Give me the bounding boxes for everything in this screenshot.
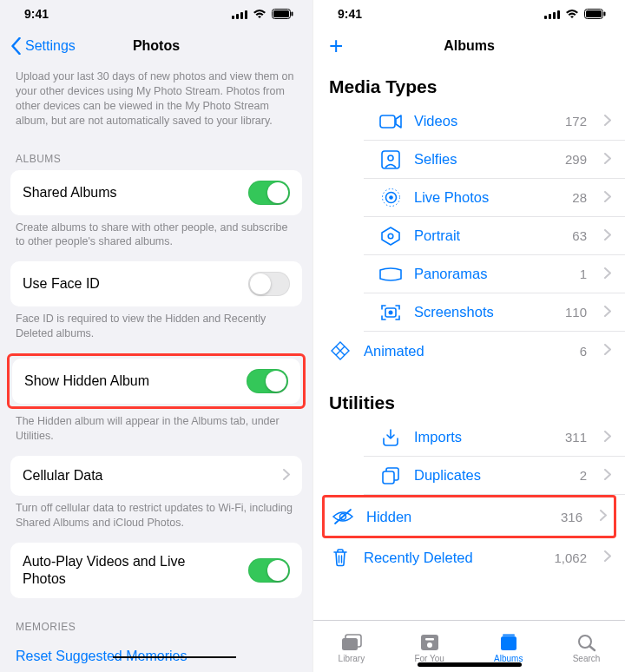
row-label: Recently Deleted bbox=[364, 550, 542, 566]
row-imports[interactable]: Imports 311 bbox=[364, 418, 625, 457]
chevron-right-icon bbox=[604, 153, 611, 167]
hidden-icon bbox=[332, 508, 354, 525]
row-count: 2 bbox=[580, 468, 587, 483]
live-photos-icon bbox=[381, 188, 401, 208]
chevron-right-icon bbox=[604, 550, 611, 564]
svg-point-32 bbox=[427, 642, 432, 648]
tab-search[interactable]: Search bbox=[573, 633, 601, 663]
chevron-right-icon bbox=[604, 229, 611, 243]
chevron-right-icon bbox=[604, 344, 611, 358]
row-screenshots[interactable]: Screenshots 110 bbox=[364, 293, 625, 332]
shared-albums-description: Create albums to share with other people… bbox=[0, 215, 312, 262]
row-count: 299 bbox=[565, 152, 587, 167]
tab-label: Library bbox=[339, 654, 365, 663]
screenshot-icon bbox=[380, 304, 401, 321]
imports-icon bbox=[381, 428, 400, 447]
add-button[interactable]: + bbox=[324, 34, 343, 58]
svg-rect-12 bbox=[586, 10, 602, 17]
photos-albums-screen: 9:41 + Albums Media Types Videos 172 Sel… bbox=[312, 0, 625, 672]
cellular-data-row[interactable]: Cellular Data bbox=[10, 456, 302, 496]
panorama-icon bbox=[379, 267, 402, 281]
svg-rect-10 bbox=[557, 10, 560, 19]
reset-memories-link[interactable]: Reset Suggested Memories bbox=[0, 638, 312, 673]
shared-albums-row[interactable]: Shared Albums bbox=[10, 170, 302, 215]
hidden-description: The Hidden album will appear in the Albu… bbox=[0, 409, 312, 456]
show-hidden-row[interactable]: Show Hidden Album bbox=[12, 359, 300, 404]
svg-rect-8 bbox=[549, 14, 551, 19]
svg-rect-34 bbox=[503, 635, 515, 636]
chevron-right-icon bbox=[604, 267, 611, 281]
tab-for-you[interactable]: For You bbox=[414, 633, 444, 663]
row-label: Animated bbox=[364, 343, 568, 359]
selfie-icon bbox=[381, 150, 400, 169]
cellular-icon bbox=[544, 10, 560, 19]
row-recently-deleted[interactable]: Recently Deleted 1,062 bbox=[313, 538, 625, 576]
row-label: Videos bbox=[414, 113, 553, 129]
section-header-memories: MEMORIES bbox=[0, 598, 312, 638]
chevron-left-icon bbox=[10, 37, 22, 55]
library-icon bbox=[340, 633, 363, 652]
svg-point-20 bbox=[388, 234, 393, 239]
svg-point-16 bbox=[388, 155, 393, 161]
row-selfies[interactable]: Selfies 299 bbox=[364, 141, 625, 179]
cellular-icon bbox=[232, 10, 247, 19]
highlight-hidden-row: Hidden 316 bbox=[322, 495, 616, 538]
row-duplicates[interactable]: Duplicates 2 bbox=[364, 457, 625, 495]
animated-icon bbox=[331, 341, 350, 360]
row-label: Portrait bbox=[414, 227, 560, 244]
autoplay-row[interactable]: Auto-Play Videos and Live Photos bbox=[10, 543, 302, 598]
use-faceid-label: Use Face ID bbox=[23, 275, 100, 293]
svg-rect-23 bbox=[383, 471, 394, 484]
svg-rect-31 bbox=[425, 638, 434, 641]
svg-rect-0 bbox=[232, 16, 234, 19]
svg-rect-28 bbox=[342, 638, 358, 650]
row-label: Panoramas bbox=[414, 266, 568, 282]
status-time: 9:41 bbox=[338, 7, 362, 21]
show-hidden-switch[interactable] bbox=[247, 369, 288, 393]
row-label: Selfies bbox=[414, 151, 553, 168]
for-you-icon bbox=[418, 633, 441, 652]
row-live-photos[interactable]: Live Photos 28 bbox=[364, 179, 625, 217]
chevron-right-icon bbox=[604, 306, 611, 320]
row-panoramas[interactable]: Panoramas 1 bbox=[364, 255, 625, 293]
row-hidden[interactable]: Hidden 316 bbox=[325, 497, 614, 536]
autoplay-switch[interactable] bbox=[248, 558, 290, 583]
row-videos[interactable]: Videos 172 bbox=[364, 102, 625, 141]
svg-rect-1 bbox=[236, 14, 239, 19]
use-faceid-row[interactable]: Use Face ID bbox=[10, 261, 302, 306]
tab-library[interactable]: Library bbox=[339, 633, 365, 663]
use-faceid-switch[interactable] bbox=[248, 272, 290, 296]
duplicates-icon bbox=[381, 466, 400, 485]
chevron-right-icon bbox=[604, 431, 611, 445]
row-count: 110 bbox=[565, 305, 587, 320]
navbar-settings: Settings Photos bbox=[0, 28, 312, 64]
section-header-albums: ALBUMS bbox=[0, 141, 312, 170]
row-count: 311 bbox=[565, 430, 587, 445]
row-count: 6 bbox=[580, 344, 587, 359]
home-indicator[interactable] bbox=[418, 662, 522, 667]
row-label: Imports bbox=[414, 429, 553, 445]
shared-albums-switch[interactable] bbox=[248, 181, 290, 205]
status-bar: 9:41 bbox=[313, 0, 625, 28]
back-button[interactable]: Settings bbox=[10, 37, 76, 55]
chevron-right-icon bbox=[604, 115, 611, 128]
trash-icon bbox=[332, 548, 349, 567]
page-title: Albums bbox=[313, 38, 625, 54]
section-media-types: Media Types bbox=[313, 64, 625, 102]
cellular-data-label: Cellular Data bbox=[23, 467, 102, 484]
row-count: 28 bbox=[572, 190, 587, 205]
tab-albums[interactable]: Albums bbox=[494, 633, 523, 663]
portrait-icon bbox=[381, 227, 400, 246]
show-hidden-label: Show Hidden Album bbox=[24, 372, 149, 390]
row-count: 63 bbox=[572, 228, 587, 243]
settings-photos-screen: 9:41 Settings Photos Upload your last 30… bbox=[0, 0, 312, 672]
row-label: Hidden bbox=[366, 509, 549, 525]
highlight-show-hidden: Show Hidden Album bbox=[7, 353, 306, 409]
wifi-icon bbox=[565, 9, 579, 19]
row-animated[interactable]: Animated 6 bbox=[313, 332, 625, 370]
row-portrait[interactable]: Portrait 63 bbox=[364, 217, 625, 255]
status-time: 9:41 bbox=[24, 7, 49, 21]
row-count: 1,062 bbox=[554, 550, 587, 565]
wifi-icon bbox=[253, 9, 266, 19]
shared-albums-label: Shared Albums bbox=[23, 184, 117, 201]
